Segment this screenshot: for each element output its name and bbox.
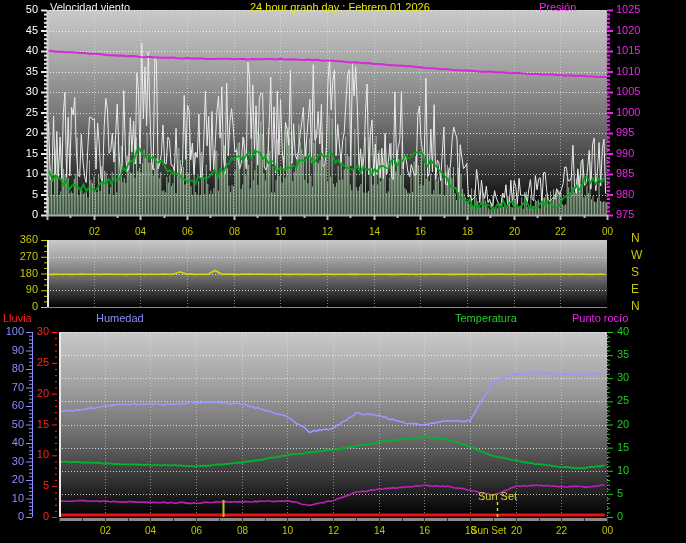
- pressure-section-label: Presión: [539, 1, 576, 13]
- dew-point-section-label: Punto rocío: [572, 312, 628, 324]
- graph-title: 24 hour graph day : Febrero 01 2026: [250, 1, 430, 13]
- temperature-section-label: Temperatura: [455, 312, 517, 324]
- compass-label-w: W: [631, 248, 649, 262]
- compass-label-s: S: [631, 265, 649, 279]
- wind-speed-section-label: Velocidad viento: [50, 1, 130, 13]
- compass-label-n-bottom: N: [631, 299, 649, 313]
- compass-label-e: E: [631, 282, 649, 296]
- compass-label-n-top: N: [631, 231, 649, 245]
- rain-section-label: Lluvia: [3, 312, 32, 324]
- weather-graph-window: Velocidad viento 24 hour graph day : Feb…: [0, 0, 686, 543]
- weather-charts-canvas: [0, 0, 686, 543]
- humidity-section-label: Humedad: [96, 312, 144, 324]
